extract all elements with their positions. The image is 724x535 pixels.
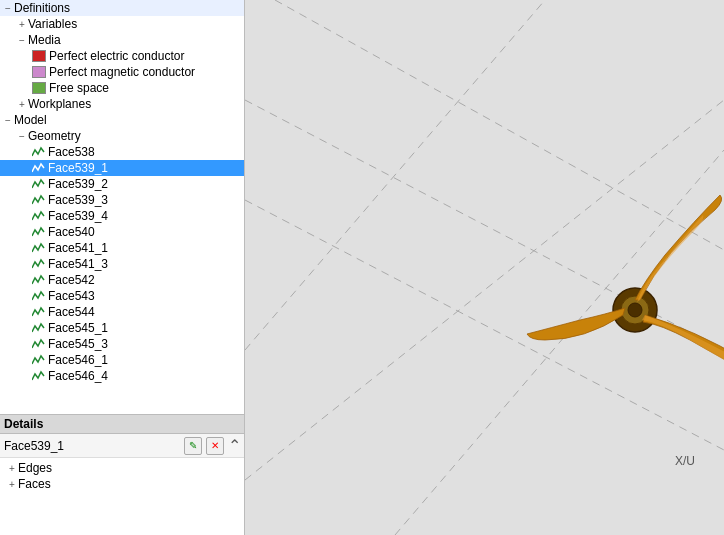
svg-point-9: [628, 303, 642, 317]
perfect-electric-icon: [32, 50, 46, 62]
expand-workplanes-icon[interactable]: +: [16, 99, 28, 110]
tree-node-face545-3[interactable]: Face545_3: [0, 336, 244, 352]
tree-node-media[interactable]: − Media: [0, 32, 244, 48]
face542-label: Face542: [48, 273, 95, 287]
face539-1-icon: [32, 162, 46, 174]
face538-label: Face538: [48, 145, 95, 159]
viewport-svg: X/U: [245, 0, 724, 535]
face545-1-icon: [32, 322, 46, 334]
tree-node-face541-3[interactable]: Face541_3: [0, 256, 244, 272]
face546-1-label: Face546_1: [48, 353, 108, 367]
svg-rect-0: [245, 0, 724, 535]
axis-label-xu: X/U: [675, 454, 695, 468]
tree-node-face544[interactable]: Face544: [0, 304, 244, 320]
tree-node-geometry[interactable]: − Geometry: [0, 128, 244, 144]
perfect-electric-label: Perfect electric conductor: [49, 49, 184, 63]
tree-node-face539-3[interactable]: Face539_3: [0, 192, 244, 208]
expand-definitions-icon[interactable]: −: [2, 3, 14, 14]
face539-3-icon: [32, 194, 46, 206]
tree-node-perfect-electric[interactable]: Perfect electric conductor: [0, 48, 244, 64]
definitions-label: Definitions: [14, 1, 70, 15]
geometry-label: Geometry: [28, 129, 81, 143]
edges-label: Edges: [18, 461, 52, 475]
face541-3-icon: [32, 258, 46, 270]
face543-icon: [32, 290, 46, 302]
tree-node-model[interactable]: − Model: [0, 112, 244, 128]
expand-variables-icon[interactable]: +: [16, 19, 28, 30]
details-selected-name: Face539_1: [4, 439, 180, 453]
details-header-label: Details: [4, 417, 43, 431]
face545-3-label: Face545_3: [48, 337, 108, 351]
perfect-magnetic-label: Perfect magnetic conductor: [49, 65, 195, 79]
free-space-label: Free space: [49, 81, 109, 95]
perfect-magnetic-icon: [32, 66, 46, 78]
free-space-icon: [32, 82, 46, 94]
face539-4-label: Face539_4: [48, 209, 108, 223]
face540-label: Face540: [48, 225, 95, 239]
tree-node-face546-1[interactable]: Face546_1: [0, 352, 244, 368]
expand-media-icon[interactable]: −: [16, 35, 28, 46]
details-name-row: Face539_1 ✎ ✕ ⌃: [0, 434, 244, 458]
face538-icon: [32, 146, 46, 158]
tree-node-definitions[interactable]: − Definitions: [0, 0, 244, 16]
tree-node-face539-2[interactable]: Face539_2: [0, 176, 244, 192]
model-label: Model: [14, 113, 47, 127]
tree-area[interactable]: − Definitions + Variables − Media Perfec…: [0, 0, 244, 415]
face541-1-label: Face541_1: [48, 241, 108, 255]
variables-label: Variables: [28, 17, 77, 31]
left-panel: − Definitions + Variables − Media Perfec…: [0, 0, 245, 535]
details-delete-red-button[interactable]: ✕: [206, 437, 224, 455]
expand-geometry-icon[interactable]: −: [16, 131, 28, 142]
face539-1-label: Face539_1: [48, 161, 108, 175]
edges-expand-icon[interactable]: +: [6, 463, 18, 474]
details-tree: + Edges + Faces: [0, 458, 244, 535]
workplanes-label: Workplanes: [28, 97, 91, 111]
face541-1-icon: [32, 242, 46, 254]
tree-node-face546-4[interactable]: Face546_4: [0, 368, 244, 384]
face539-2-label: Face539_2: [48, 177, 108, 191]
face540-icon: [32, 226, 46, 238]
details-collapse-icon[interactable]: ⌃: [228, 436, 240, 455]
tree-node-face541-1[interactable]: Face541_1: [0, 240, 244, 256]
tree-node-face545-1[interactable]: Face545_1: [0, 320, 244, 336]
face545-1-label: Face545_1: [48, 321, 108, 335]
face539-3-label: Face539_3: [48, 193, 108, 207]
face546-1-icon: [32, 354, 46, 366]
tree-node-face540[interactable]: Face540: [0, 224, 244, 240]
details-item-edges[interactable]: + Edges: [4, 460, 240, 476]
details-edit-green-button[interactable]: ✎: [184, 437, 202, 455]
face543-label: Face543: [48, 289, 95, 303]
tree-node-face539-4[interactable]: Face539_4: [0, 208, 244, 224]
main-layout: − Definitions + Variables − Media Perfec…: [0, 0, 724, 535]
face546-4-icon: [32, 370, 46, 382]
face539-2-icon: [32, 178, 46, 190]
tree-node-face539-1[interactable]: Face539_1: [0, 160, 244, 176]
details-panel: Details Face539_1 ✎ ✕ ⌃ + Edges + Faces: [0, 415, 244, 535]
face539-4-icon: [32, 210, 46, 222]
tree-node-face543[interactable]: Face543: [0, 288, 244, 304]
viewport[interactable]: X/U: [245, 0, 724, 535]
face544-label: Face544: [48, 305, 95, 319]
expand-model-icon[interactable]: −: [2, 115, 14, 126]
face544-icon: [32, 306, 46, 318]
faces-expand-icon[interactable]: +: [6, 479, 18, 490]
face546-4-label: Face546_4: [48, 369, 108, 383]
tree-node-free-space[interactable]: Free space: [0, 80, 244, 96]
face545-3-icon: [32, 338, 46, 350]
tree-node-workplanes[interactable]: + Workplanes: [0, 96, 244, 112]
details-item-faces[interactable]: + Faces: [4, 476, 240, 492]
face542-icon: [32, 274, 46, 286]
media-label: Media: [28, 33, 61, 47]
faces-label: Faces: [18, 477, 51, 491]
face541-3-label: Face541_3: [48, 257, 108, 271]
tree-node-face542[interactable]: Face542: [0, 272, 244, 288]
tree-node-face538[interactable]: Face538: [0, 144, 244, 160]
tree-node-perfect-magnetic[interactable]: Perfect magnetic conductor: [0, 64, 244, 80]
tree-node-variables[interactable]: + Variables: [0, 16, 244, 32]
details-header: Details: [0, 415, 244, 434]
